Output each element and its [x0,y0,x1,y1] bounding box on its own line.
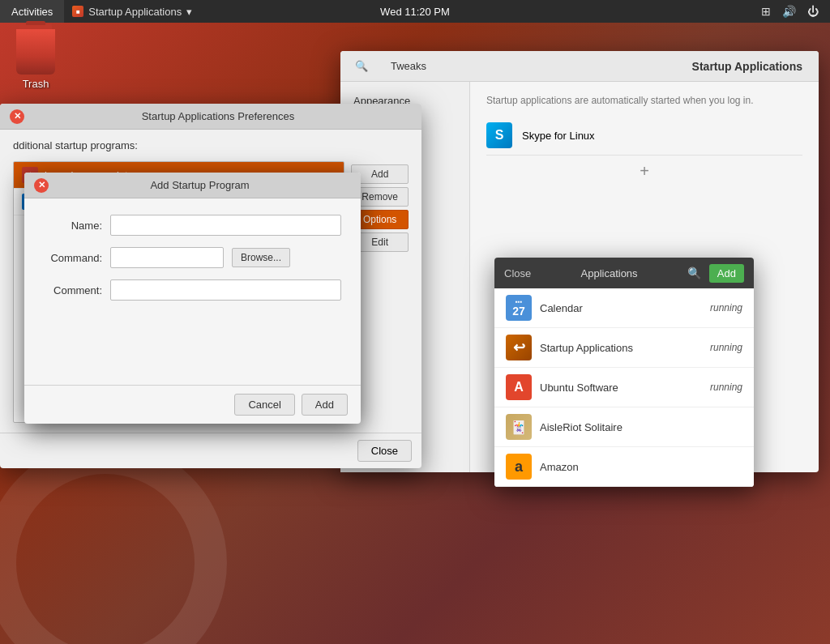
desktop: Trash 🔍 Tweaks Startup Applications Appe… [0,23,830,644]
name-label: Name: [44,220,102,232]
apps-popup-item-solitaire[interactable]: 🃏 AisleRiot Solitaire [494,407,754,447]
apps-popup-add-button[interactable]: Add [709,264,744,283]
activities-label: Activities [11,6,53,18]
tweaks-subtitle: Startup applications are automatically s… [486,95,802,106]
form-row-name: Name: [44,215,341,236]
startup-pref-close-main-button[interactable]: Close [357,440,412,462]
clock: Wed 11:20 PM [380,6,450,18]
solitaire-icon: 🃏 [506,414,532,440]
apps-popup-item-ubuntu-software[interactable]: A Ubuntu Software running [494,368,754,407]
command-input[interactable] [110,247,224,268]
app-name: Startup Applications [88,6,182,18]
browse-label: Browse... [241,252,281,263]
ubuntu-software-icon: A [506,374,532,400]
trash-icon[interactable]: Trash [16,29,55,90]
network-icon[interactable]: ⊞ [756,0,776,23]
apps-popup-item-startup[interactable]: ↩ Startup Applications running [494,328,754,368]
skype-icon: S [486,122,512,148]
add-dialog-header: ✕ Add Startup Program [24,173,361,198]
add-dialog-title: Add Startup Program [49,179,351,191]
tweaks-section-title: Tweaks [391,60,426,72]
startup-app-icon: ↩ [506,335,532,360]
add-row: + [486,156,802,187]
command-label: Command: [44,252,102,264]
apps-popup-add-label: Add [717,267,736,279]
app-menu[interactable]: ■ Startup Applications ▾ [64,0,200,23]
tweaks-header: 🔍 Tweaks Startup Applications [340,51,819,82]
app-arrow-icon: ▾ [186,6,192,18]
apps-popup-search-icon[interactable]: 🔍 [687,267,701,279]
apps-popup-list: ▪▪▪ 27 Calendar running ↩ Startup Applic… [494,288,754,487]
startup-options-label: Options [363,214,396,225]
apps-popup-item-calendar[interactable]: ▪▪▪ 27 Calendar running [494,288,754,328]
ubuntu-circle-decoration [0,441,227,644]
add-dialog-add-button[interactable]: Add [302,394,348,416]
apps-popup-header: Close Applications 🔍 Add [494,258,754,288]
startup-pref-desc: dditional startup programs: [13,139,138,151]
calendar-name: Calendar [540,302,702,314]
startup-app-name: Startup Applications [540,342,702,354]
startup-add-label: Add [371,168,388,180]
add-plus-icon[interactable]: + [640,162,649,181]
form-row-command: Command: Browse... [44,247,341,268]
app-icon: ■ [72,6,83,17]
add-dialog-add-label: Add [315,399,334,411]
comment-input[interactable] [110,279,341,301]
cancel-label: Cancel [248,399,280,411]
startup-pref-label: dditional startup programs: [13,139,409,151]
startup-pref-close-button[interactable]: ✕ [10,109,24,124]
add-dialog-close-button[interactable]: ✕ [34,178,49,193]
comment-label: Comment: [44,284,102,296]
add-dialog-footer: Cancel Add [24,385,361,424]
name-input[interactable] [110,215,341,236]
topbar: Activities ■ Startup Applications ▾ Wed … [0,0,830,23]
trash-label: Trash [23,78,49,90]
tweaks-title-area: Tweaks Startup Applications [383,60,811,73]
calendar-icon: ▪▪▪ 27 [506,295,532,321]
form-row-comment: Comment: [44,279,341,301]
startup-pref-header: ✕ Startup Applications Preferences [0,104,421,130]
tweaks-search-icon[interactable]: 🔍 [349,55,374,78]
apps-popup-title: Applications [539,267,679,279]
activities-button[interactable]: Activities [0,0,64,23]
add-dialog-body: Name: Command: Browse... Comment: [24,198,361,385]
topbar-right: ⊞ 🔊 ⏻ [756,0,830,23]
startup-edit-label: Edit [371,237,388,248]
skype-label: Skype for Linux [522,130,595,142]
add-startup-dialog: ✕ Add Startup Program Name: Command: Bro… [24,173,361,424]
cancel-button[interactable]: Cancel [234,394,294,416]
browse-button[interactable]: Browse... [232,248,290,267]
ubuntu-software-status: running [710,382,742,393]
apps-popup-close-button[interactable]: Close [504,267,531,279]
trash-icon-image [16,29,55,75]
amazon-icon: a [506,454,532,480]
startup-pref-title: Startup Applications Preferences [24,110,412,122]
calendar-status: running [710,302,742,313]
startup-close-label: Close [371,445,398,457]
startup-pref-footer: Close [0,433,421,468]
tweaks-app-title: Startup Applications [692,60,802,73]
amazon-name: Amazon [540,461,734,473]
ubuntu-software-name: Ubuntu Software [540,382,702,394]
startup-app-row-skype: S Skype for Linux [486,116,802,156]
apps-popup: Close Applications 🔍 Add ▪▪▪ 27 Calendar… [494,258,754,487]
startup-app-status: running [710,342,742,353]
solitaire-name: AisleRiot Solitaire [540,421,734,433]
volume-icon[interactable]: 🔊 [777,0,801,23]
power-icon[interactable]: ⏻ [802,0,824,23]
apps-popup-item-amazon[interactable]: a Amazon [494,447,754,487]
startup-remove-label: Remove [362,191,398,203]
